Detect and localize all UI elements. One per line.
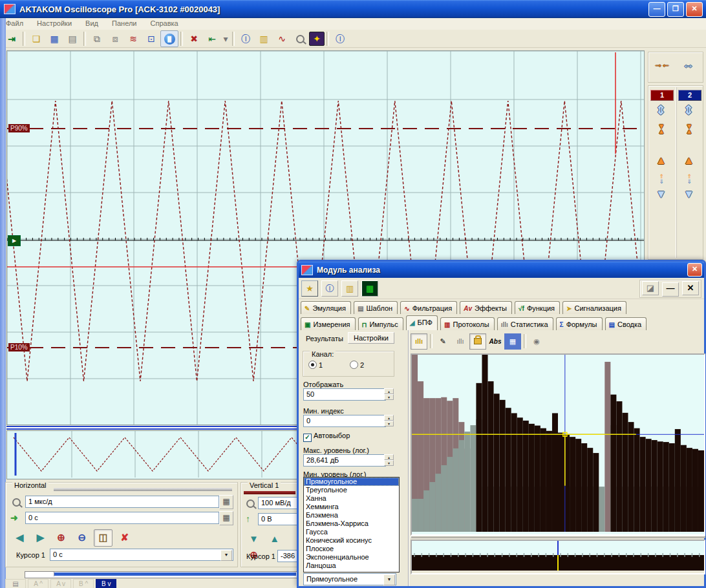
- channel-1-radio[interactable]: 1: [308, 361, 323, 369]
- fft-camera-button[interactable]: ◉: [528, 333, 545, 350]
- list-item-rectangular[interactable]: Прямоугольное: [304, 478, 399, 486]
- fft-table-button[interactable]: ▦: [504, 333, 521, 350]
- favorites-button[interactable]: ★: [301, 280, 318, 297]
- about-button[interactable]: Ⓘ: [331, 30, 349, 47]
- list-item-gauss[interactable]: Гаусса: [304, 528, 399, 536]
- ch1-collapse-vertical-button[interactable]: ▼▲: [655, 123, 668, 134]
- ch2-collapse-vertical-button[interactable]: ▼▲: [683, 123, 696, 134]
- dialog-close-button[interactable]: ✕: [687, 263, 702, 277]
- dialog-minimize-button[interactable]: —: [662, 282, 679, 297]
- tab-emulation[interactable]: ✎Эмуляция: [301, 301, 351, 314]
- measurements-button[interactable]: ∿: [273, 30, 291, 47]
- restore-button[interactable]: ⇤: [203, 30, 221, 47]
- fft-lock-button[interactable]: [469, 333, 486, 350]
- subtab-settings[interactable]: Настройки: [348, 332, 394, 344]
- open-file-button[interactable]: ❏: [27, 30, 45, 47]
- window-function-dropdown-arrow[interactable]: ▼: [383, 574, 395, 585]
- status-tab-b-up[interactable]: B ^: [73, 579, 94, 588]
- hzoom-in-button[interactable]: ⊕: [52, 529, 70, 545]
- menu-panels[interactable]: Панели: [106, 18, 142, 28]
- tab-effects[interactable]: AvЭффекты: [460, 301, 512, 314]
- list-item-lanczos[interactable]: Ланцоша: [304, 562, 399, 570]
- maximize-button[interactable]: ❐: [667, 2, 684, 17]
- fft-panorama-strip[interactable]: [411, 540, 705, 574]
- p10-marker-label[interactable]: P10%: [8, 343, 30, 352]
- fft-abs-button[interactable]: Abs: [487, 333, 504, 350]
- ch1-move-up-button[interactable]: ▲: [656, 154, 667, 167]
- status-tab-a-down[interactable]: A v: [50, 579, 71, 588]
- list-item-blackman[interactable]: Блэкмена: [304, 511, 399, 520]
- tab-statistics[interactable]: ıllıСтатистика: [497, 317, 553, 330]
- close-button[interactable]: ✕: [686, 2, 703, 17]
- hclear-zoom-button[interactable]: ✘: [116, 529, 133, 545]
- display-count-field[interactable]: 50: [303, 388, 386, 401]
- min-index-field[interactable]: 0: [303, 415, 386, 427]
- fft-bars-button[interactable]: ıllı: [452, 333, 469, 350]
- scroll-up-button[interactable]: ▲: [266, 530, 283, 547]
- waveforms-button[interactable]: ≋: [124, 30, 142, 47]
- ch1-step-buttons[interactable]: ⇑⇓: [655, 174, 668, 184]
- min-index-spinner[interactable]: ▴▾: [384, 415, 394, 427]
- scrollbar-thumb[interactable]: [25, 572, 54, 576]
- tab-measurements[interactable]: ▣Измерения: [301, 317, 356, 330]
- list-item-flat[interactable]: Плоское: [304, 545, 399, 553]
- scroll-down-button[interactable]: ▼: [245, 530, 262, 547]
- fft-histogram-button[interactable]: ıllı: [411, 333, 427, 350]
- display-settings-button[interactable]: ⊡: [142, 30, 160, 47]
- tab-filtering[interactable]: ∿Фильтрация: [400, 301, 457, 314]
- hzoom-out-button[interactable]: ⊖: [73, 529, 91, 545]
- hcursor-dropdown-arrow[interactable]: ▼: [220, 550, 232, 561]
- fft-splitter[interactable]: [411, 536, 705, 538]
- status-tab-a-up[interactable]: A ^: [28, 579, 48, 588]
- scroll-right-button[interactable]: ▶: [32, 529, 49, 545]
- menu-view[interactable]: Вид: [80, 18, 104, 28]
- menu-help[interactable]: Справка: [145, 18, 184, 28]
- list-item-exponential[interactable]: Экспоненциальное: [304, 553, 399, 562]
- tab-protocols[interactable]: ▥Протоколы: [440, 317, 495, 330]
- list-item-blackman-harris[interactable]: Блэкмена-Харриса: [304, 520, 399, 528]
- volt-offset-field[interactable]: 0 В: [258, 513, 298, 525]
- ch2-move-up-button[interactable]: ▲: [683, 154, 694, 167]
- dialog-export-button[interactable]: ◪: [642, 281, 659, 295]
- display-count-spinner[interactable]: ▴▾: [384, 388, 394, 401]
- ruler-button[interactable]: ▥: [255, 30, 273, 47]
- expand-horizontal-button[interactable]: ↔: [682, 58, 694, 72]
- horizontal-scrollbar[interactable]: [25, 571, 297, 578]
- ground-level-marker[interactable]: ▶: [8, 235, 21, 246]
- ch1-expand-vertical-button[interactable]: ⇕: [656, 103, 666, 118]
- list-item-hann[interactable]: Ханна: [304, 494, 399, 503]
- p90-marker-label[interactable]: P90%: [8, 124, 30, 132]
- pan-position-indicator[interactable]: [6, 426, 298, 430]
- info-panel-button[interactable]: Ⓘ: [237, 30, 255, 47]
- dialog-titlebar[interactable]: Модуль анализа ✕: [299, 262, 704, 278]
- clear-button[interactable]: ✖: [185, 30, 203, 47]
- ch2-move-down-button[interactable]: ▼: [683, 188, 694, 201]
- status-print-icon[interactable]: ▤: [5, 579, 26, 588]
- dialog-ruler-button[interactable]: ▥: [341, 280, 358, 297]
- status-tab-b-down[interactable]: B v: [96, 579, 116, 588]
- tab-summary[interactable]: ▤Сводка: [605, 317, 647, 330]
- dialog-grid-button[interactable]: ▦: [361, 280, 378, 297]
- ch2-step-buttons[interactable]: ⇑⇓: [683, 174, 696, 184]
- list-item-hamming[interactable]: Хемминга: [304, 503, 399, 511]
- window-function-combobox[interactable]: Прямоугольное ▼: [303, 573, 396, 585]
- tab-fft[interactable]: ◢БПФ: [406, 315, 438, 330]
- time-offset-calc-button[interactable]: ▦: [219, 511, 233, 525]
- volt-scale-field[interactable]: 100 мВ/д: [258, 497, 298, 509]
- copy-settings-button[interactable]: ⧉: [88, 30, 106, 47]
- fft-pen-button[interactable]: ✎: [434, 333, 451, 350]
- dialog-x-button[interactable]: ✕: [682, 281, 699, 295]
- max-level-field[interactable]: 28,641 дБ: [303, 454, 386, 467]
- list-item-tapered-cosine[interactable]: Конический косинус: [304, 536, 399, 545]
- search-settings-button[interactable]: [291, 30, 309, 47]
- subtab-results[interactable]: Результаты: [302, 333, 347, 344]
- time-scale-field[interactable]: 1 мкс/д: [25, 496, 219, 508]
- restore-dropdown-caret[interactable]: ▾: [221, 30, 230, 47]
- vcursor-value-field[interactable]: -386: [277, 550, 299, 562]
- tab-pulse[interactable]: ⊓Импульс: [358, 317, 403, 330]
- paste-settings-button[interactable]: ⧈: [106, 30, 124, 47]
- save-file-button[interactable]: ▦: [45, 30, 63, 47]
- max-level-spinner[interactable]: ▴▾: [384, 454, 394, 467]
- pause-acquisition-button[interactable]: ▐▌: [160, 30, 178, 47]
- ch2-expand-vertical-button[interactable]: ⇕: [683, 103, 694, 118]
